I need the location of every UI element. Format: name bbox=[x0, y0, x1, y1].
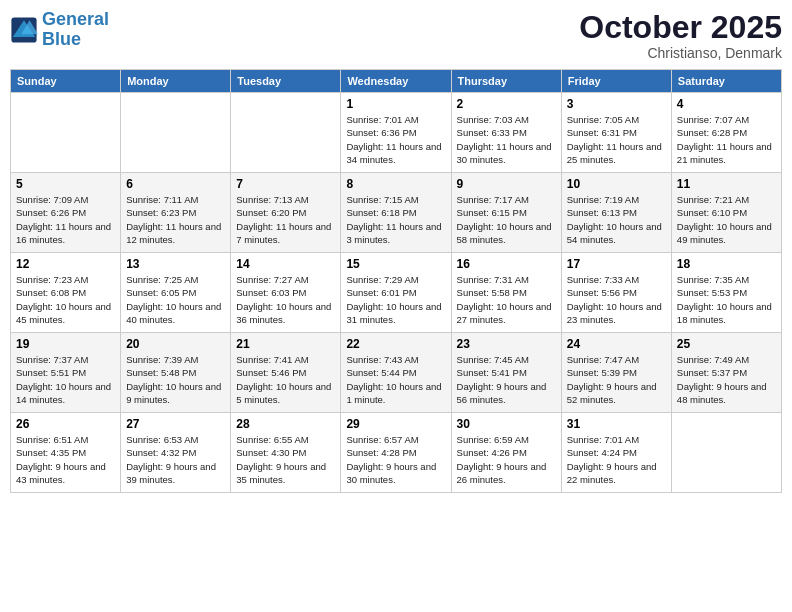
calendar-cell: 10Sunrise: 7:19 AM Sunset: 6:13 PM Dayli… bbox=[561, 173, 671, 253]
day-info: Sunrise: 6:55 AM Sunset: 4:30 PM Dayligh… bbox=[236, 433, 335, 486]
day-number: 9 bbox=[457, 177, 556, 191]
day-info: Sunrise: 7:15 AM Sunset: 6:18 PM Dayligh… bbox=[346, 193, 445, 246]
day-info: Sunrise: 7:27 AM Sunset: 6:03 PM Dayligh… bbox=[236, 273, 335, 326]
day-number: 15 bbox=[346, 257, 445, 271]
day-info: Sunrise: 7:07 AM Sunset: 6:28 PM Dayligh… bbox=[677, 113, 776, 166]
day-number: 24 bbox=[567, 337, 666, 351]
logo-line1: General bbox=[42, 9, 109, 29]
day-number: 20 bbox=[126, 337, 225, 351]
day-number: 17 bbox=[567, 257, 666, 271]
day-info: Sunrise: 7:21 AM Sunset: 6:10 PM Dayligh… bbox=[677, 193, 776, 246]
day-number: 1 bbox=[346, 97, 445, 111]
calendar-cell: 22Sunrise: 7:43 AM Sunset: 5:44 PM Dayli… bbox=[341, 333, 451, 413]
calendar-cell: 27Sunrise: 6:53 AM Sunset: 4:32 PM Dayli… bbox=[121, 413, 231, 493]
logo-line2: Blue bbox=[42, 29, 81, 49]
day-info: Sunrise: 7:03 AM Sunset: 6:33 PM Dayligh… bbox=[457, 113, 556, 166]
calendar-cell: 11Sunrise: 7:21 AM Sunset: 6:10 PM Dayli… bbox=[671, 173, 781, 253]
calendar-cell: 2Sunrise: 7:03 AM Sunset: 6:33 PM Daylig… bbox=[451, 93, 561, 173]
logo-icon bbox=[10, 16, 38, 44]
week-row-3: 12Sunrise: 7:23 AM Sunset: 6:08 PM Dayli… bbox=[11, 253, 782, 333]
week-row-2: 5Sunrise: 7:09 AM Sunset: 6:26 PM Daylig… bbox=[11, 173, 782, 253]
calendar-table: SundayMondayTuesdayWednesdayThursdayFrid… bbox=[10, 69, 782, 493]
week-row-1: 1Sunrise: 7:01 AM Sunset: 6:36 PM Daylig… bbox=[11, 93, 782, 173]
day-info: Sunrise: 7:35 AM Sunset: 5:53 PM Dayligh… bbox=[677, 273, 776, 326]
calendar-cell: 24Sunrise: 7:47 AM Sunset: 5:39 PM Dayli… bbox=[561, 333, 671, 413]
day-info: Sunrise: 7:11 AM Sunset: 6:23 PM Dayligh… bbox=[126, 193, 225, 246]
day-number: 2 bbox=[457, 97, 556, 111]
calendar-cell: 16Sunrise: 7:31 AM Sunset: 5:58 PM Dayli… bbox=[451, 253, 561, 333]
calendar-cell: 26Sunrise: 6:51 AM Sunset: 4:35 PM Dayli… bbox=[11, 413, 121, 493]
calendar-cell: 3Sunrise: 7:05 AM Sunset: 6:31 PM Daylig… bbox=[561, 93, 671, 173]
calendar-cell: 21Sunrise: 7:41 AM Sunset: 5:46 PM Dayli… bbox=[231, 333, 341, 413]
calendar-cell bbox=[231, 93, 341, 173]
day-number: 7 bbox=[236, 177, 335, 191]
day-info: Sunrise: 7:47 AM Sunset: 5:39 PM Dayligh… bbox=[567, 353, 666, 406]
page-header: General Blue October 2025 Christianso, D… bbox=[10, 10, 782, 61]
calendar-cell: 9Sunrise: 7:17 AM Sunset: 6:15 PM Daylig… bbox=[451, 173, 561, 253]
day-info: Sunrise: 7:19 AM Sunset: 6:13 PM Dayligh… bbox=[567, 193, 666, 246]
day-number: 12 bbox=[16, 257, 115, 271]
day-number: 22 bbox=[346, 337, 445, 351]
calendar-cell: 6Sunrise: 7:11 AM Sunset: 6:23 PM Daylig… bbox=[121, 173, 231, 253]
calendar-cell: 15Sunrise: 7:29 AM Sunset: 6:01 PM Dayli… bbox=[341, 253, 451, 333]
day-number: 18 bbox=[677, 257, 776, 271]
calendar-cell: 8Sunrise: 7:15 AM Sunset: 6:18 PM Daylig… bbox=[341, 173, 451, 253]
calendar-cell: 1Sunrise: 7:01 AM Sunset: 6:36 PM Daylig… bbox=[341, 93, 451, 173]
calendar-cell: 29Sunrise: 6:57 AM Sunset: 4:28 PM Dayli… bbox=[341, 413, 451, 493]
day-number: 6 bbox=[126, 177, 225, 191]
day-number: 27 bbox=[126, 417, 225, 431]
calendar-cell: 13Sunrise: 7:25 AM Sunset: 6:05 PM Dayli… bbox=[121, 253, 231, 333]
day-info: Sunrise: 7:29 AM Sunset: 6:01 PM Dayligh… bbox=[346, 273, 445, 326]
day-header-monday: Monday bbox=[121, 70, 231, 93]
day-info: Sunrise: 7:33 AM Sunset: 5:56 PM Dayligh… bbox=[567, 273, 666, 326]
day-info: Sunrise: 7:31 AM Sunset: 5:58 PM Dayligh… bbox=[457, 273, 556, 326]
day-number: 23 bbox=[457, 337, 556, 351]
day-number: 25 bbox=[677, 337, 776, 351]
day-number: 28 bbox=[236, 417, 335, 431]
calendar-cell: 5Sunrise: 7:09 AM Sunset: 6:26 PM Daylig… bbox=[11, 173, 121, 253]
day-info: Sunrise: 7:39 AM Sunset: 5:48 PM Dayligh… bbox=[126, 353, 225, 406]
day-header-wednesday: Wednesday bbox=[341, 70, 451, 93]
day-info: Sunrise: 7:41 AM Sunset: 5:46 PM Dayligh… bbox=[236, 353, 335, 406]
location-subtitle: Christianso, Denmark bbox=[579, 45, 782, 61]
day-info: Sunrise: 7:23 AM Sunset: 6:08 PM Dayligh… bbox=[16, 273, 115, 326]
month-title: October 2025 bbox=[579, 10, 782, 45]
calendar-cell bbox=[671, 413, 781, 493]
calendar-cell bbox=[121, 93, 231, 173]
day-number: 14 bbox=[236, 257, 335, 271]
calendar-cell: 28Sunrise: 6:55 AM Sunset: 4:30 PM Dayli… bbox=[231, 413, 341, 493]
day-info: Sunrise: 7:45 AM Sunset: 5:41 PM Dayligh… bbox=[457, 353, 556, 406]
day-number: 29 bbox=[346, 417, 445, 431]
calendar-cell: 31Sunrise: 7:01 AM Sunset: 4:24 PM Dayli… bbox=[561, 413, 671, 493]
day-number: 31 bbox=[567, 417, 666, 431]
day-info: Sunrise: 6:53 AM Sunset: 4:32 PM Dayligh… bbox=[126, 433, 225, 486]
day-info: Sunrise: 6:57 AM Sunset: 4:28 PM Dayligh… bbox=[346, 433, 445, 486]
day-number: 21 bbox=[236, 337, 335, 351]
day-number: 3 bbox=[567, 97, 666, 111]
day-header-friday: Friday bbox=[561, 70, 671, 93]
day-number: 4 bbox=[677, 97, 776, 111]
day-info: Sunrise: 7:09 AM Sunset: 6:26 PM Dayligh… bbox=[16, 193, 115, 246]
day-number: 16 bbox=[457, 257, 556, 271]
day-header-saturday: Saturday bbox=[671, 70, 781, 93]
day-info: Sunrise: 7:49 AM Sunset: 5:37 PM Dayligh… bbox=[677, 353, 776, 406]
day-info: Sunrise: 7:01 AM Sunset: 4:24 PM Dayligh… bbox=[567, 433, 666, 486]
calendar-cell: 25Sunrise: 7:49 AM Sunset: 5:37 PM Dayli… bbox=[671, 333, 781, 413]
day-number: 8 bbox=[346, 177, 445, 191]
day-number: 11 bbox=[677, 177, 776, 191]
day-info: Sunrise: 7:13 AM Sunset: 6:20 PM Dayligh… bbox=[236, 193, 335, 246]
day-number: 13 bbox=[126, 257, 225, 271]
day-number: 19 bbox=[16, 337, 115, 351]
calendar-cell: 19Sunrise: 7:37 AM Sunset: 5:51 PM Dayli… bbox=[11, 333, 121, 413]
calendar-cell: 20Sunrise: 7:39 AM Sunset: 5:48 PM Dayli… bbox=[121, 333, 231, 413]
week-row-4: 19Sunrise: 7:37 AM Sunset: 5:51 PM Dayli… bbox=[11, 333, 782, 413]
day-header-thursday: Thursday bbox=[451, 70, 561, 93]
calendar-cell: 4Sunrise: 7:07 AM Sunset: 6:28 PM Daylig… bbox=[671, 93, 781, 173]
calendar-cell bbox=[11, 93, 121, 173]
calendar-cell: 18Sunrise: 7:35 AM Sunset: 5:53 PM Dayli… bbox=[671, 253, 781, 333]
calendar-cell: 14Sunrise: 7:27 AM Sunset: 6:03 PM Dayli… bbox=[231, 253, 341, 333]
day-info: Sunrise: 7:25 AM Sunset: 6:05 PM Dayligh… bbox=[126, 273, 225, 326]
day-number: 30 bbox=[457, 417, 556, 431]
day-header-sunday: Sunday bbox=[11, 70, 121, 93]
day-info: Sunrise: 7:01 AM Sunset: 6:36 PM Dayligh… bbox=[346, 113, 445, 166]
